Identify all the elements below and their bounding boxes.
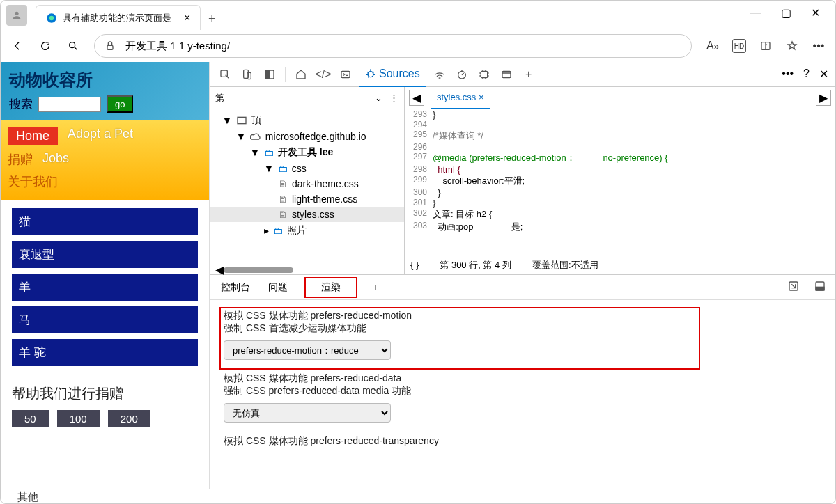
scrollbar[interactable]: ◀ [210,265,404,274]
tree-domain[interactable]: ▼ microsoftedge.github.io [210,129,404,144]
refresh-icon[interactable] [38,39,52,53]
list-item[interactable]: 猫 [12,208,198,235]
hd-icon[interactable]: HD [732,39,746,53]
svg-point-2 [49,15,54,20]
url-text: 开发工具 1 1 y-testing/ [125,40,230,53]
inspect-icon[interactable] [217,69,233,80]
option-subtitle: 强制 CSS 首选减少运动媒体功能 [224,322,821,335]
donate-button[interactable]: 50 [12,410,49,427]
svg-point-13 [458,71,465,79]
svg-point-3 [70,42,75,48]
list-item[interactable]: 羊 [12,274,198,301]
network-icon[interactable] [431,69,448,80]
code-body[interactable]: 293} 294 295/*媒体查询 */ 296 297@media (pre… [405,109,835,255]
collapse-icon[interactable]: ◀ [409,90,424,106]
list-item[interactable]: 羊 驼 [12,339,198,366]
tab-issues[interactable]: 问题 [267,278,289,297]
welcome-icon[interactable] [293,69,309,80]
donate-heading: 帮助我们进行捐赠 [12,384,198,403]
cloud-icon [250,131,261,142]
console-icon[interactable] [337,69,354,80]
window-icon [236,115,247,126]
tab-title: 具有辅助功能的演示页面是 [63,12,171,24]
prefers-reduced-motion-select[interactable]: prefers-reduce-motion：reduce [224,340,391,360]
memory-icon[interactable] [476,69,493,80]
favorite-icon[interactable] [785,39,799,53]
tree-file[interactable]: 🗎 dark-theme.css [210,176,404,191]
devtools-more-icon[interactable]: ••• [782,68,794,81]
statusbar: 其他 [1,489,835,504]
browser-titlebar: 具有辅助功能的演示页面是 × + — ▢ ✕ [1,1,835,30]
svg-rect-19 [816,287,824,290]
option-title: 模拟 CSS 媒体功能 prefers-reduced-motion [224,310,821,322]
list-item[interactable]: 衰退型 [12,241,198,268]
back-icon[interactable] [10,39,24,53]
elements-icon[interactable]: </> [315,68,332,81]
dock-icon[interactable] [261,69,278,80]
new-tab-button[interactable]: + [201,8,223,30]
tree-file-selected[interactable]: 🗎 styles.css [210,207,404,222]
devtools-panel: </> Sources + ••• ? ✕ 第 ⌄ ⋮ [210,62,835,489]
code-editor: ◀ styles.css × ▶ 293} 294 295/*媒体查询 */ 2… [405,87,835,274]
browser-toolbar: 开发工具 1 1 y-testing/ A» HD ••• [1,30,835,62]
device-icon[interactable] [239,69,256,80]
tree-folder[interactable]: ▼ 🗀 css [210,161,404,176]
code-tab[interactable]: styles.css × [431,87,490,109]
maximize-icon[interactable]: ▢ [781,6,791,19]
profile-icon[interactable] [6,5,27,26]
rendering-panel: 模拟 CSS 媒体功能 prefers-reduced-motion 强制 CS… [210,300,835,470]
devtools-close-icon[interactable]: ✕ [819,68,828,81]
tree-root[interactable]: ▼ 顶 [210,112,404,129]
donate-button[interactable]: 200 [108,410,150,427]
tab-sources[interactable]: Sources [359,62,426,87]
lock-icon [104,40,116,52]
folder-icon: 🗀 [273,225,283,236]
drawer-tablist: 控制台 问题 渲染 + [210,275,835,300]
add-tab-icon[interactable]: + [520,68,537,81]
svg-rect-11 [341,71,350,77]
page-viewport: 动物收容所 搜索 go Home Adopt a Pet 捐赠 Jobs 关于我… [1,62,210,489]
drawer-dock-icon[interactable] [814,281,826,294]
nav-adopt[interactable]: Adopt a Pet [68,127,133,145]
main-nav: Home Adopt a Pet 捐赠 Jobs 关于我们 [1,120,209,200]
tree-folder[interactable]: ▼ 🗀 开发工具 lee [210,144,404,161]
navigator-more-icon[interactable]: ⋮ [389,93,398,103]
donate-button[interactable]: 100 [57,410,100,427]
reader-icon[interactable] [759,39,773,53]
tab-rendering[interactable]: 渲染 [304,277,357,298]
coverage-status: 覆盖范围:不适用 [532,259,598,271]
svg-rect-14 [481,71,487,77]
nav-donate[interactable]: 捐赠 [8,151,33,168]
expand-icon[interactable]: ▶ [816,90,831,106]
nav-jobs[interactable]: Jobs [42,151,69,168]
chevron-down-icon[interactable]: ⌄ [375,93,382,103]
address-bar[interactable]: 开发工具 1 1 y-testing/ [94,34,692,58]
nav-home[interactable]: Home [8,127,58,145]
browser-tab[interactable]: 具有辅助功能的演示页面是 × [36,5,201,30]
minimize-icon[interactable]: — [750,6,761,19]
nav-about[interactable]: 关于我们 [8,173,58,190]
help-icon[interactable]: ? [803,68,810,81]
list-item[interactable]: 马 [12,306,198,333]
folder-icon: 🗀 [264,147,274,158]
devtools-tablist: </> Sources + ••• ? ✕ [210,62,835,87]
tab-console[interactable]: 控制台 [219,278,251,297]
search-input[interactable] [38,97,101,112]
go-button[interactable]: go [107,95,133,113]
close-tab-icon[interactable]: × [184,12,190,24]
close-window-icon[interactable]: ✕ [811,6,820,19]
search-icon[interactable] [66,39,80,53]
option-title: 模拟 CSS 媒体功能 prefers-reduced-transparency [224,435,821,448]
application-icon[interactable] [498,69,515,80]
read-aloud-icon[interactable]: A» [706,39,720,53]
performance-icon[interactable] [454,69,470,80]
pretty-print-button[interactable]: { } [410,260,419,270]
add-drawer-tab-icon[interactable]: + [373,282,378,293]
file-icon: 🗎 [278,209,288,220]
tree-folder[interactable]: ▸ 🗀 照片 [210,222,404,239]
prefers-reduced-data-select[interactable]: 无仿真 [224,403,391,423]
edge-icon [46,13,57,24]
drawer-expand-icon[interactable] [788,281,799,294]
tree-file[interactable]: 🗎 light-theme.css [210,191,404,207]
more-icon[interactable]: ••• [812,39,826,53]
